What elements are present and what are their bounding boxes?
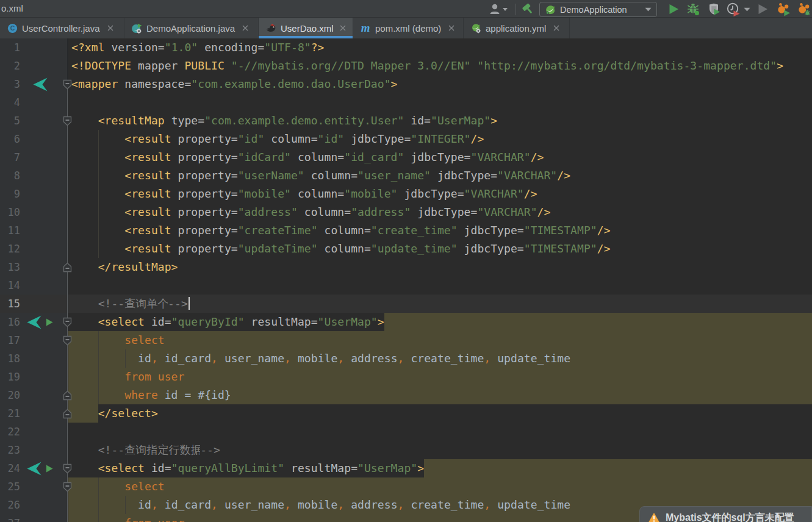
run-configuration-widget[interactable]: DemoApplication bbox=[539, 2, 657, 17]
tab-label: DemoApplication.java bbox=[146, 23, 235, 34]
fold-marker-collapse-start[interactable] bbox=[62, 331, 73, 349]
profiler-icon[interactable] bbox=[726, 2, 741, 16]
mybatis-nav-to-java-icon[interactable] bbox=[26, 313, 42, 331]
fold-marker-collapse-end[interactable] bbox=[62, 386, 73, 404]
line-number: 7 bbox=[0, 148, 20, 166]
line-number: 3 bbox=[0, 75, 20, 93]
tab-label: UserDao.xml bbox=[281, 23, 334, 34]
run-with-coverage-icon[interactable] bbox=[706, 2, 721, 16]
code-editor[interactable]: 1<?xml version="1.0" encoding="UTF-8"?>2… bbox=[0, 38, 812, 522]
tab-demoapplication-java[interactable]: DemoApplication.java bbox=[124, 18, 259, 38]
line-number: 14 bbox=[0, 276, 20, 295]
tab-application-yml[interactable]: application.yml bbox=[464, 18, 570, 38]
fold-marker-collapse-start[interactable] bbox=[62, 477, 73, 496]
close-tab-icon[interactable] bbox=[339, 23, 347, 33]
run-icon[interactable] bbox=[666, 2, 681, 16]
line-number: 21 bbox=[0, 404, 20, 423]
code-line[interactable]: from user bbox=[71, 368, 184, 386]
close-tab-icon[interactable] bbox=[552, 23, 561, 33]
code-line[interactable]: <!--查询指定行数据--> bbox=[71, 441, 220, 459]
svg-text:m: m bbox=[361, 23, 370, 34]
fold-marker-collapse-start[interactable] bbox=[62, 459, 73, 477]
fold-marker-collapse-end[interactable] bbox=[62, 404, 73, 423]
line-number: 18 bbox=[0, 349, 20, 368]
code-line[interactable]: <result property="mobile" column="mobile… bbox=[71, 185, 537, 203]
close-tab-icon[interactable] bbox=[240, 23, 250, 33]
code-line[interactable]: select bbox=[71, 331, 165, 349]
code-line[interactable]: select bbox=[71, 477, 165, 496]
mybatis-bird-icon bbox=[265, 23, 276, 34]
notification-text: Mybatis文件的sql方言未配置 bbox=[666, 512, 794, 522]
code-line[interactable]: <result property="id" column="id" jdbcTy… bbox=[71, 130, 484, 148]
text-caret bbox=[189, 297, 190, 310]
mybatis-nav-to-java-icon[interactable] bbox=[26, 459, 42, 477]
line-number: 1 bbox=[0, 38, 20, 57]
line-number: 6 bbox=[0, 130, 20, 148]
tab-usercontroller-java[interactable]: C UserController.java bbox=[0, 18, 124, 38]
line-number: 9 bbox=[0, 185, 20, 203]
run-disabled-icon[interactable] bbox=[755, 2, 770, 16]
line-number: 22 bbox=[0, 423, 20, 441]
profile-run-orange-icon[interactable] bbox=[776, 2, 791, 16]
code-line[interactable]: <resultMap type="com.example.demo.entity… bbox=[71, 112, 497, 130]
java-class-icon: C bbox=[7, 23, 18, 34]
tab-label: pom.xml (demo) bbox=[375, 23, 441, 34]
spring-boot-class-icon bbox=[131, 23, 142, 34]
editor-tab-bar: C UserController.java bbox=[0, 18, 812, 38]
line-number: 26 bbox=[0, 496, 20, 514]
code-line[interactable]: <?xml version="1.0" encoding="UTF-8"?> bbox=[71, 38, 325, 57]
line-number: 17 bbox=[0, 331, 20, 349]
fold-marker-collapse-start[interactable] bbox=[62, 112, 73, 130]
build-hammer-icon[interactable] bbox=[519, 2, 534, 16]
line-number: 13 bbox=[0, 258, 20, 276]
svg-text:C: C bbox=[10, 24, 15, 32]
maven-icon: m bbox=[360, 23, 371, 34]
code-line[interactable]: <select id="queryById" resultMap="UserMa… bbox=[71, 313, 384, 331]
debug-icon[interactable] bbox=[686, 2, 700, 16]
code-line[interactable]: <result property="updateTime" column="up… bbox=[71, 240, 611, 258]
line-number: 25 bbox=[0, 477, 20, 496]
tab-pom-xml[interactable]: m pom.xml (demo) bbox=[353, 18, 464, 38]
line-number: 15 bbox=[0, 295, 20, 313]
line-number: 11 bbox=[0, 221, 20, 240]
fold-marker-collapse-end[interactable] bbox=[62, 258, 73, 276]
code-line[interactable]: <!DOCTYPE mapper PUBLIC "-//mybatis.org/… bbox=[71, 57, 783, 75]
profile-debug-orange-icon[interactable] bbox=[797, 2, 811, 16]
code-line[interactable]: id, id_card, user_name, mobile, address,… bbox=[71, 496, 570, 514]
run-sql-statement-icon[interactable] bbox=[45, 459, 54, 477]
line-number: 10 bbox=[0, 203, 20, 221]
code-line[interactable]: where id = #{id} bbox=[71, 386, 231, 404]
mybatis-nav-to-java-icon[interactable] bbox=[32, 75, 48, 93]
line-number: 4 bbox=[0, 93, 20, 112]
spring-boot-run-config-icon bbox=[545, 4, 556, 15]
close-tab-icon[interactable] bbox=[447, 23, 456, 33]
profiler-chevron-icon[interactable] bbox=[742, 2, 752, 16]
fold-marker-collapse-start[interactable] bbox=[62, 313, 73, 331]
run-sql-statement-icon[interactable] bbox=[45, 313, 54, 331]
code-line[interactable]: <!--查询单个--> bbox=[71, 295, 188, 313]
code-line[interactable]: <select id="queryAllByLimit" resultMap="… bbox=[71, 459, 424, 477]
notification-balloon[interactable]: Mybatis文件的sql方言未配置 bbox=[639, 506, 812, 522]
code-line[interactable]: <result property="idCard" column="id_car… bbox=[71, 148, 544, 166]
title-bar: o.xml bbox=[0, 0, 812, 18]
toolbar-separator bbox=[516, 4, 516, 15]
tab-userdao-xml[interactable]: UserDao.xml bbox=[259, 18, 353, 38]
code-line[interactable]: from user bbox=[71, 514, 184, 522]
user-profile-icon[interactable] bbox=[487, 2, 510, 16]
line-number: 23 bbox=[0, 441, 20, 459]
code-line[interactable]: <result property="address" column="addre… bbox=[71, 203, 550, 221]
code-line[interactable]: id, id_card, user_name, mobile, address,… bbox=[71, 349, 570, 368]
line-number: 27 bbox=[0, 514, 20, 522]
line-number: 5 bbox=[0, 112, 20, 130]
code-line[interactable]: <result property="userName" column="user… bbox=[71, 166, 570, 185]
code-line[interactable]: </select> bbox=[71, 404, 158, 423]
line-number: 2 bbox=[0, 57, 20, 75]
window-title: o.xml bbox=[1, 3, 23, 13]
code-line[interactable]: </resultMap> bbox=[71, 258, 178, 276]
code-line[interactable]: <mapper namespace="com.example.demo.dao.… bbox=[71, 75, 397, 93]
fold-marker-collapse-start[interactable] bbox=[62, 75, 73, 93]
close-tab-icon[interactable] bbox=[106, 23, 115, 33]
line-number: 20 bbox=[0, 386, 20, 404]
line-number: 24 bbox=[0, 459, 20, 477]
code-line[interactable]: <result property="createTime" column="cr… bbox=[71, 221, 611, 240]
